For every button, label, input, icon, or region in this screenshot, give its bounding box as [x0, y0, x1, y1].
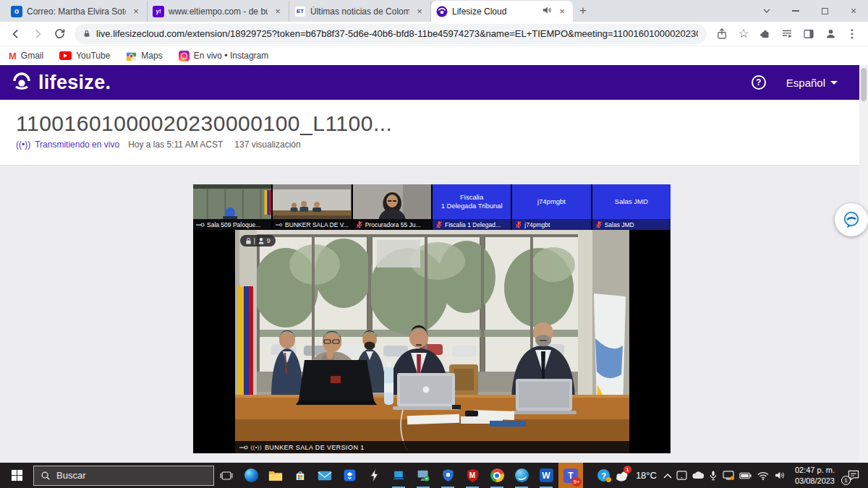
security-shield-taskbar-icon[interactable]: [435, 463, 460, 488]
tab-audio-icon[interactable]: [542, 5, 552, 17]
tile-video: [193, 184, 271, 219]
bookmark-star-icon[interactable]: ☆: [733, 24, 754, 44]
participant-tile-sala509[interactable]: Sala 509 Paloque...: [193, 184, 271, 230]
participant-tile-bunker[interactable]: BUNKER SALA DE V...: [273, 184, 351, 230]
bookmark-label: Gmail: [21, 51, 43, 61]
browser-tab-bar: o Correo: Martha Elvira Soto Franc × y! …: [0, 0, 868, 22]
device-app-taskbar-icon[interactable]: [386, 463, 411, 488]
tray-chevron-up-icon[interactable]: [661, 463, 674, 488]
tab-search-chevron-icon[interactable]: [752, 0, 781, 22]
file-explorer-taskbar-icon[interactable]: [263, 463, 288, 488]
participant-count-icon: [258, 237, 265, 244]
tablet-mode-tray-icon[interactable]: [675, 463, 689, 488]
address-bar[interactable]: live.lifesizecloud.com/extension/1892972…: [75, 24, 707, 44]
participant-tile-fiscalia[interactable]: Fiscalia1 Delegada Tribunal Fiscalia 1 D…: [433, 184, 511, 230]
desktop: o Correo: Martha Elvira Soto Franc × y! …: [0, 0, 868, 488]
share-icon[interactable]: [712, 24, 732, 44]
tab-close-icon[interactable]: ×: [414, 6, 425, 17]
forward-icon[interactable]: [27, 24, 48, 44]
taskbar-search-input[interactable]: Buscar: [33, 466, 214, 486]
close-window-button[interactable]: ×: [839, 0, 868, 22]
chat-widget-button[interactable]: [835, 203, 868, 236]
weather-alert-badge: 1: [624, 466, 631, 474]
help-icon[interactable]: ?: [752, 75, 766, 90]
conference-app-taskbar-icon[interactable]: [509, 463, 534, 488]
tab-title: www.eltiempo.com - de búsqued: [169, 7, 268, 17]
onedrive-cloud-tray-icon[interactable]: [690, 463, 706, 488]
battery-tray-icon[interactable]: [737, 463, 754, 488]
taskbar-clock[interactable]: 02:47 p. m. 03/08/2023: [795, 465, 835, 486]
bookmark-instagram-live[interactable]: En vivo • Instagram: [179, 51, 269, 61]
get-help-tray-icon[interactable]: ?: [596, 463, 612, 488]
bookmark-label: YouTube: [76, 51, 110, 61]
screen-cast-tray-icon[interactable]: [720, 463, 736, 488]
tile-video: [353, 184, 431, 219]
bookmark-maps[interactable]: Maps: [126, 51, 162, 61]
volume-tray-icon[interactable]: [772, 463, 789, 488]
teams-taskbar-icon[interactable]: T 9+: [558, 463, 583, 488]
task-view-button[interactable]: [214, 463, 239, 488]
participant-tile-j74pmgbt[interactable]: j74pmgbt j74pmgbt: [512, 184, 590, 230]
tab-outlook[interactable]: o Correo: Martha Elvira Soto Franc ×: [6, 1, 148, 22]
badge-divider: |: [254, 237, 255, 244]
url-text: live.lifesizecloud.com/extension/1892972…: [96, 28, 698, 39]
wifi-tray-icon[interactable]: [755, 463, 771, 488]
scrollbar-thumb[interactable]: [861, 68, 867, 101]
edge-taskbar-icon[interactable]: [239, 463, 263, 488]
broadcast-icon: ((•)): [16, 140, 30, 150]
action-center-icon[interactable]: 1: [841, 463, 867, 488]
maximize-button[interactable]: [810, 0, 839, 22]
bookmark-youtube[interactable]: YouTube: [59, 51, 110, 61]
back-icon[interactable]: [6, 24, 26, 44]
participant-tile-procuradora[interactable]: Procuradora 55 Ju...: [353, 184, 431, 230]
muted-mic-icon: [435, 221, 443, 228]
tab-close-icon[interactable]: ×: [272, 6, 284, 17]
microphone-tray-icon[interactable]: [707, 463, 720, 488]
word-taskbar-icon[interactable]: W: [534, 463, 558, 488]
start-button[interactable]: [0, 463, 33, 488]
remote-pc-taskbar-icon[interactable]: [411, 463, 435, 488]
mcafee-letter: M: [466, 468, 480, 483]
tile-display-name: j74pmgbt: [512, 184, 590, 219]
reload-icon[interactable]: [49, 24, 69, 44]
minimize-button[interactable]: [781, 0, 810, 22]
extensions-puzzle-icon[interactable]: [755, 24, 775, 44]
side-panel-icon[interactable]: [799, 24, 819, 44]
microsoft-store-taskbar-icon[interactable]: [288, 463, 312, 488]
tab-title: Lifesize Cloud: [452, 7, 537, 17]
clock-date: 03/08/2023: [795, 476, 835, 486]
tab-eltiempo-search[interactable]: y! www.eltiempo.com - de búsqued ×: [148, 1, 289, 22]
window-controls: ×: [752, 0, 868, 22]
video-player[interactable]: Sala 509 Paloque... BUNKER SALA DE V...: [193, 184, 671, 453]
tile-display-name: Salas JMD: [592, 184, 671, 219]
chrome-taskbar-icon[interactable]: [485, 463, 509, 488]
browser-menu-icon[interactable]: ⋮: [842, 24, 862, 44]
weather-icon[interactable]: 1: [613, 463, 631, 488]
page-title: 11001601000020230000100_L1100...: [16, 111, 392, 136]
broadcast-icon: ((•)): [251, 444, 262, 450]
dropbox-taskbar-icon[interactable]: [337, 463, 362, 488]
active-speaker-label: ((•)) BUNKER SALA DE VERSION 1: [235, 441, 629, 453]
mail-taskbar-icon[interactable]: [312, 463, 337, 488]
tab-lifesize-active[interactable]: Lifesize Cloud ×: [431, 1, 573, 22]
temperature-label[interactable]: 18°C: [636, 470, 657, 481]
page-scrollbar[interactable]: [859, 65, 868, 463]
tab-close-icon[interactable]: ×: [130, 6, 142, 17]
participant-tile-salas-jmd[interactable]: Salas JMD Salas JMD: [592, 184, 671, 230]
lifesize-header: lifesize. ? Español: [0, 65, 868, 100]
tab-eltiempo-news[interactable]: ET Últimas noticias de Colombia y e ×: [289, 1, 431, 22]
lightning-app-taskbar-icon[interactable]: [362, 463, 386, 488]
bookmarks-bar: M Gmail YouTube Maps En vivo • Instagram: [0, 46, 868, 65]
language-selector[interactable]: Español: [786, 77, 838, 89]
bookmark-gmail[interactable]: M Gmail: [9, 51, 43, 61]
new-tab-button[interactable]: +: [573, 1, 593, 21]
lifesize-logo[interactable]: lifesize.: [10, 72, 111, 94]
connection-icon: [276, 222, 283, 228]
maps-icon: [126, 51, 137, 61]
main-video[interactable]: | 9 ((•)) BUNKER SALA DE VERSION 1: [235, 230, 629, 453]
media-controls-icon[interactable]: [777, 24, 797, 44]
lifesize-logo-icon: [10, 72, 33, 93]
profile-avatar-icon[interactable]: [820, 24, 841, 44]
mcafee-taskbar-icon[interactable]: M: [460, 463, 485, 488]
tab-close-icon[interactable]: ×: [556, 6, 568, 17]
